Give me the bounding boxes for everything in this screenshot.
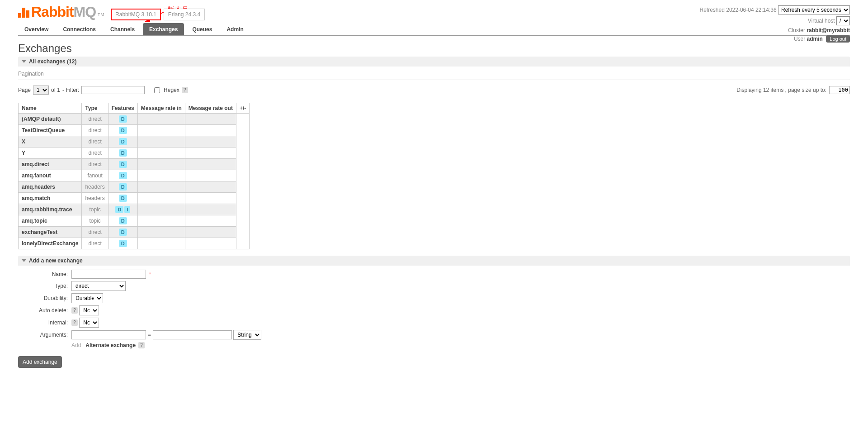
exchange-name-cell[interactable]: X bbox=[19, 136, 82, 148]
exchange-name-cell[interactable]: amq.direct bbox=[19, 159, 82, 170]
cluster-value: rabbit@myrabbit bbox=[807, 27, 850, 33]
feature-badge: D bbox=[119, 183, 127, 191]
feature-badge: D bbox=[119, 149, 127, 157]
rate-in-cell bbox=[137, 227, 185, 238]
rate-out-cell bbox=[185, 136, 236, 148]
exchange-features-cell: D bbox=[108, 114, 137, 125]
user-value: admin bbox=[807, 36, 823, 42]
form-internal-help-icon[interactable]: ? bbox=[71, 319, 78, 326]
page-of-label: of 1 bbox=[51, 87, 60, 93]
exchange-name-cell[interactable]: amq.topic bbox=[19, 215, 82, 227]
form-argument-type-select[interactable]: String bbox=[233, 330, 261, 340]
refresh-interval-select[interactable]: Refresh every 5 seconds bbox=[778, 5, 850, 14]
form-autodelete-label: Auto delete: bbox=[18, 307, 71, 314]
exchange-name-cell[interactable]: amq.rabbitmq.trace bbox=[19, 204, 82, 215]
exchange-features-cell: D bbox=[108, 136, 137, 148]
exchange-name-cell[interactable]: lonelyDirectExchange bbox=[19, 238, 82, 249]
logo-tm: TM bbox=[98, 12, 104, 17]
filter-label: - Filter: bbox=[62, 87, 79, 93]
feature-badge: D bbox=[119, 195, 127, 202]
form-autodelete-help-icon[interactable]: ? bbox=[71, 307, 78, 314]
exchange-features-cell: D bbox=[108, 181, 137, 193]
add-exchange-button[interactable]: Add exchange bbox=[18, 356, 62, 368]
rate-out-cell bbox=[185, 148, 236, 159]
exchange-name-cell[interactable]: TestDirectQueue bbox=[19, 125, 82, 136]
col-rate-out[interactable]: Message rate out bbox=[185, 103, 236, 114]
col-rate-in[interactable]: Message rate in bbox=[137, 103, 185, 114]
feature-badge: D bbox=[119, 172, 127, 179]
page-select[interactable]: 1 bbox=[33, 86, 49, 95]
form-alternate-exchange-help-icon[interactable]: ? bbox=[138, 342, 145, 348]
rate-out-cell bbox=[185, 125, 236, 136]
table-row: amq.rabbitmq.tracetopicDI bbox=[19, 204, 250, 215]
filter-input[interactable] bbox=[81, 86, 145, 94]
exchange-name-cell[interactable]: amq.headers bbox=[19, 181, 82, 193]
exchange-name-cell[interactable]: exchangeTest bbox=[19, 227, 82, 238]
table-row: amq.matchheadersD bbox=[19, 193, 250, 204]
exchange-type-cell: headers bbox=[82, 181, 108, 193]
exchange-features-cell: D bbox=[108, 148, 137, 159]
exchange-name-cell[interactable]: Y bbox=[19, 148, 82, 159]
tab-channels[interactable]: Channels bbox=[104, 23, 141, 35]
vhost-select[interactable]: / bbox=[836, 16, 850, 25]
exchange-type-cell: topic bbox=[82, 215, 108, 227]
exchange-name-cell[interactable]: amq.match bbox=[19, 193, 82, 204]
tab-admin[interactable]: Admin bbox=[220, 23, 250, 35]
section-all-exchanges[interactable]: All exchanges (12) bbox=[18, 57, 850, 67]
table-row: lonelyDirectExchangedirectD bbox=[19, 238, 250, 249]
col-name[interactable]: Name bbox=[19, 103, 82, 114]
exchange-features-cell: DI bbox=[108, 204, 137, 215]
erlang-version-badge: Erlang 24.3.4 bbox=[164, 9, 205, 20]
tab-connections[interactable]: Connections bbox=[57, 23, 102, 35]
tab-exchanges[interactable]: Exchanges bbox=[143, 23, 184, 35]
rate-in-cell bbox=[137, 125, 185, 136]
feature-badge: D bbox=[119, 138, 127, 145]
feature-badge: I bbox=[124, 206, 130, 213]
rate-out-cell bbox=[185, 170, 236, 181]
col-features[interactable]: Features bbox=[108, 103, 137, 114]
form-name-input[interactable] bbox=[71, 270, 146, 279]
exchange-name-cell[interactable]: amq.fanout bbox=[19, 170, 82, 181]
form-alternate-exchange-link[interactable]: Alternate exchange bbox=[85, 342, 136, 348]
form-argument-equals: = bbox=[148, 332, 151, 338]
logo-bars-icon bbox=[18, 8, 29, 18]
table-row: XdirectD bbox=[19, 136, 250, 148]
section-add-exchange[interactable]: Add a new exchange bbox=[18, 256, 850, 266]
form-internal-select[interactable]: No bbox=[79, 318, 99, 328]
rate-in-cell bbox=[137, 193, 185, 204]
form-argument-key-input[interactable] bbox=[71, 330, 146, 339]
exchange-type-cell: topic bbox=[82, 204, 108, 215]
rate-out-cell bbox=[185, 215, 236, 227]
exchange-type-cell: fanout bbox=[82, 170, 108, 181]
rate-in-cell bbox=[137, 136, 185, 148]
regex-checkbox[interactable] bbox=[154, 87, 160, 93]
rate-in-cell bbox=[137, 148, 185, 159]
form-autodelete-select[interactable]: No bbox=[79, 305, 99, 315]
tab-overview[interactable]: Overview bbox=[18, 23, 55, 35]
form-durability-select[interactable]: Durable bbox=[71, 293, 103, 303]
rate-in-cell bbox=[137, 159, 185, 170]
exchange-name-cell[interactable]: (AMQP default) bbox=[19, 114, 82, 125]
table-row: exchangeTestdirectD bbox=[19, 227, 250, 238]
page-size-input[interactable] bbox=[829, 86, 850, 94]
feature-badge: D bbox=[119, 115, 127, 123]
form-type-select[interactable]: direct bbox=[71, 281, 126, 291]
exchange-features-cell: D bbox=[108, 193, 137, 204]
logout-button[interactable]: Log out bbox=[826, 35, 850, 43]
rate-in-cell bbox=[137, 181, 185, 193]
exchange-type-cell: direct bbox=[82, 238, 108, 249]
tab-queues[interactable]: Queues bbox=[186, 23, 218, 35]
form-name-mandatory: * bbox=[149, 271, 151, 278]
regex-help-icon[interactable]: ? bbox=[182, 87, 188, 93]
rate-in-cell bbox=[137, 204, 185, 215]
displaying-label: Displaying 12 items , page size up to: bbox=[736, 87, 826, 93]
col-type[interactable]: Type bbox=[82, 103, 108, 114]
regex-label: Regex bbox=[164, 87, 179, 93]
table-row: amq.fanoutfanoutD bbox=[19, 170, 250, 181]
table-row: amq.topictopicD bbox=[19, 215, 250, 227]
col-plus-minus[interactable]: +/- bbox=[236, 103, 249, 114]
pagination-label: Pagination bbox=[18, 71, 850, 77]
vhost-label: Virtual host bbox=[808, 18, 835, 24]
form-argument-value-input[interactable] bbox=[153, 330, 232, 339]
table-row: amq.headersheadersD bbox=[19, 181, 250, 193]
